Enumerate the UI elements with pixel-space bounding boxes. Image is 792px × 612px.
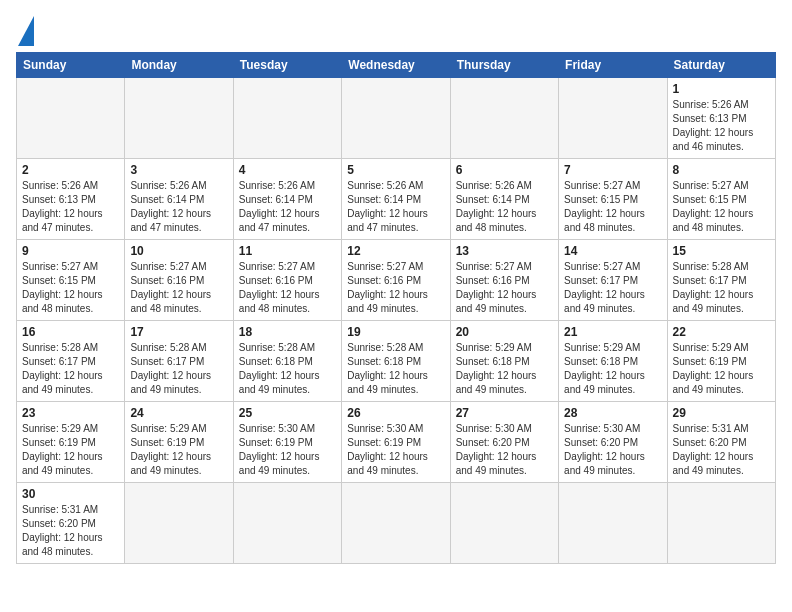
calendar-day-cell: 18 Sunrise: 5:28 AMSunset: 6:18 PMDaylig… (233, 321, 341, 402)
day-of-week-header: Friday (559, 53, 667, 78)
day-number: 1 (673, 82, 770, 96)
day-of-week-header: Tuesday (233, 53, 341, 78)
day-info: Sunrise: 5:29 AMSunset: 6:19 PMDaylight:… (673, 342, 754, 395)
day-number: 17 (130, 325, 227, 339)
page-header (16, 16, 776, 46)
day-number: 3 (130, 163, 227, 177)
calendar-day-cell (125, 483, 233, 564)
day-number: 21 (564, 325, 661, 339)
calendar-day-cell (125, 78, 233, 159)
calendar-week-row: 30 Sunrise: 5:31 AMSunset: 6:20 PMDaylig… (17, 483, 776, 564)
calendar-day-cell: 22 Sunrise: 5:29 AMSunset: 6:19 PMDaylig… (667, 321, 775, 402)
day-number: 14 (564, 244, 661, 258)
calendar-day-cell (342, 78, 450, 159)
calendar-day-cell: 11 Sunrise: 5:27 AMSunset: 6:16 PMDaylig… (233, 240, 341, 321)
day-info: Sunrise: 5:27 AMSunset: 6:15 PMDaylight:… (22, 261, 103, 314)
calendar-week-row: 2 Sunrise: 5:26 AMSunset: 6:13 PMDayligh… (17, 159, 776, 240)
calendar-day-cell: 4 Sunrise: 5:26 AMSunset: 6:14 PMDayligh… (233, 159, 341, 240)
day-info: Sunrise: 5:28 AMSunset: 6:17 PMDaylight:… (673, 261, 754, 314)
calendar-day-cell: 30 Sunrise: 5:31 AMSunset: 6:20 PMDaylig… (17, 483, 125, 564)
calendar-day-cell: 20 Sunrise: 5:29 AMSunset: 6:18 PMDaylig… (450, 321, 558, 402)
day-info: Sunrise: 5:30 AMSunset: 6:20 PMDaylight:… (456, 423, 537, 476)
day-number: 6 (456, 163, 553, 177)
calendar-day-cell: 13 Sunrise: 5:27 AMSunset: 6:16 PMDaylig… (450, 240, 558, 321)
calendar-week-row: 1 Sunrise: 5:26 AMSunset: 6:13 PMDayligh… (17, 78, 776, 159)
day-number: 27 (456, 406, 553, 420)
day-number: 26 (347, 406, 444, 420)
day-number: 23 (22, 406, 119, 420)
calendar-day-cell: 2 Sunrise: 5:26 AMSunset: 6:13 PMDayligh… (17, 159, 125, 240)
day-info: Sunrise: 5:27 AMSunset: 6:16 PMDaylight:… (239, 261, 320, 314)
day-info: Sunrise: 5:27 AMSunset: 6:15 PMDaylight:… (673, 180, 754, 233)
day-of-week-header: Sunday (17, 53, 125, 78)
day-info: Sunrise: 5:29 AMSunset: 6:18 PMDaylight:… (456, 342, 537, 395)
day-info: Sunrise: 5:28 AMSunset: 6:18 PMDaylight:… (239, 342, 320, 395)
calendar-day-cell: 17 Sunrise: 5:28 AMSunset: 6:17 PMDaylig… (125, 321, 233, 402)
calendar-day-cell: 10 Sunrise: 5:27 AMSunset: 6:16 PMDaylig… (125, 240, 233, 321)
day-info: Sunrise: 5:27 AMSunset: 6:16 PMDaylight:… (456, 261, 537, 314)
day-number: 12 (347, 244, 444, 258)
day-number: 2 (22, 163, 119, 177)
day-number: 15 (673, 244, 770, 258)
calendar-day-cell: 12 Sunrise: 5:27 AMSunset: 6:16 PMDaylig… (342, 240, 450, 321)
day-info: Sunrise: 5:26 AMSunset: 6:14 PMDaylight:… (347, 180, 428, 233)
day-info: Sunrise: 5:27 AMSunset: 6:16 PMDaylight:… (347, 261, 428, 314)
day-number: 11 (239, 244, 336, 258)
calendar-day-cell: 23 Sunrise: 5:29 AMSunset: 6:19 PMDaylig… (17, 402, 125, 483)
calendar-day-cell (559, 483, 667, 564)
day-info: Sunrise: 5:28 AMSunset: 6:18 PMDaylight:… (347, 342, 428, 395)
day-info: Sunrise: 5:30 AMSunset: 6:19 PMDaylight:… (239, 423, 320, 476)
day-number: 4 (239, 163, 336, 177)
day-number: 7 (564, 163, 661, 177)
day-number: 30 (22, 487, 119, 501)
calendar-day-cell (559, 78, 667, 159)
day-number: 8 (673, 163, 770, 177)
day-number: 5 (347, 163, 444, 177)
day-info: Sunrise: 5:30 AMSunset: 6:19 PMDaylight:… (347, 423, 428, 476)
day-number: 18 (239, 325, 336, 339)
day-info: Sunrise: 5:31 AMSunset: 6:20 PMDaylight:… (673, 423, 754, 476)
calendar-day-cell: 1 Sunrise: 5:26 AMSunset: 6:13 PMDayligh… (667, 78, 775, 159)
day-info: Sunrise: 5:31 AMSunset: 6:20 PMDaylight:… (22, 504, 103, 557)
day-number: 24 (130, 406, 227, 420)
logo (16, 16, 34, 46)
calendar-day-cell: 3 Sunrise: 5:26 AMSunset: 6:14 PMDayligh… (125, 159, 233, 240)
day-of-week-header: Saturday (667, 53, 775, 78)
day-number: 13 (456, 244, 553, 258)
calendar-day-cell: 5 Sunrise: 5:26 AMSunset: 6:14 PMDayligh… (342, 159, 450, 240)
day-info: Sunrise: 5:26 AMSunset: 6:13 PMDaylight:… (22, 180, 103, 233)
day-info: Sunrise: 5:29 AMSunset: 6:19 PMDaylight:… (130, 423, 211, 476)
day-info: Sunrise: 5:29 AMSunset: 6:18 PMDaylight:… (564, 342, 645, 395)
calendar-week-row: 9 Sunrise: 5:27 AMSunset: 6:15 PMDayligh… (17, 240, 776, 321)
day-info: Sunrise: 5:27 AMSunset: 6:16 PMDaylight:… (130, 261, 211, 314)
day-info: Sunrise: 5:30 AMSunset: 6:20 PMDaylight:… (564, 423, 645, 476)
calendar-day-cell: 25 Sunrise: 5:30 AMSunset: 6:19 PMDaylig… (233, 402, 341, 483)
calendar-day-cell: 15 Sunrise: 5:28 AMSunset: 6:17 PMDaylig… (667, 240, 775, 321)
calendar-day-cell (450, 483, 558, 564)
calendar-week-row: 16 Sunrise: 5:28 AMSunset: 6:17 PMDaylig… (17, 321, 776, 402)
day-of-week-header: Wednesday (342, 53, 450, 78)
calendar-day-cell (233, 483, 341, 564)
calendar-day-cell: 7 Sunrise: 5:27 AMSunset: 6:15 PMDayligh… (559, 159, 667, 240)
calendar-day-cell: 16 Sunrise: 5:28 AMSunset: 6:17 PMDaylig… (17, 321, 125, 402)
day-number: 29 (673, 406, 770, 420)
day-of-week-header: Thursday (450, 53, 558, 78)
calendar-day-cell: 9 Sunrise: 5:27 AMSunset: 6:15 PMDayligh… (17, 240, 125, 321)
day-info: Sunrise: 5:27 AMSunset: 6:17 PMDaylight:… (564, 261, 645, 314)
calendar-week-row: 23 Sunrise: 5:29 AMSunset: 6:19 PMDaylig… (17, 402, 776, 483)
day-info: Sunrise: 5:27 AMSunset: 6:15 PMDaylight:… (564, 180, 645, 233)
calendar-day-cell (342, 483, 450, 564)
calendar-day-cell (233, 78, 341, 159)
calendar-day-cell: 24 Sunrise: 5:29 AMSunset: 6:19 PMDaylig… (125, 402, 233, 483)
day-info: Sunrise: 5:26 AMSunset: 6:14 PMDaylight:… (456, 180, 537, 233)
calendar-day-cell: 6 Sunrise: 5:26 AMSunset: 6:14 PMDayligh… (450, 159, 558, 240)
calendar-day-cell: 21 Sunrise: 5:29 AMSunset: 6:18 PMDaylig… (559, 321, 667, 402)
calendar-day-cell: 19 Sunrise: 5:28 AMSunset: 6:18 PMDaylig… (342, 321, 450, 402)
day-number: 28 (564, 406, 661, 420)
day-info: Sunrise: 5:28 AMSunset: 6:17 PMDaylight:… (22, 342, 103, 395)
calendar-day-cell (17, 78, 125, 159)
calendar-day-cell (450, 78, 558, 159)
day-info: Sunrise: 5:28 AMSunset: 6:17 PMDaylight:… (130, 342, 211, 395)
day-number: 10 (130, 244, 227, 258)
calendar-header-row: SundayMondayTuesdayWednesdayThursdayFrid… (17, 53, 776, 78)
